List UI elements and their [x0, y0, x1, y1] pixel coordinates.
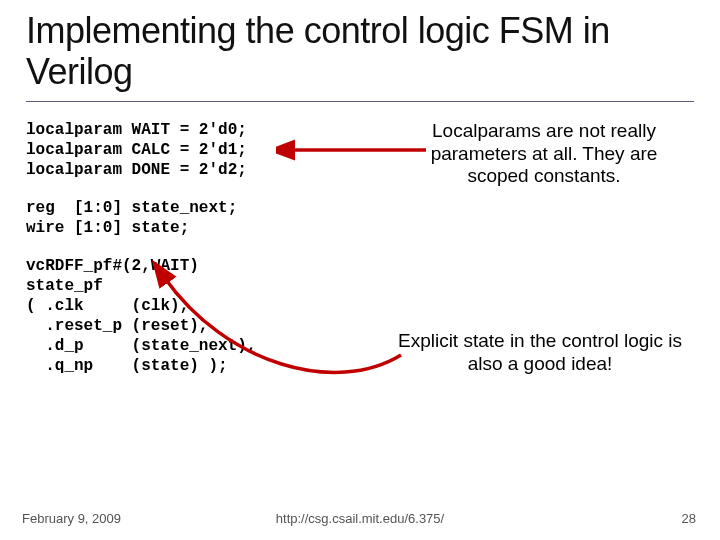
body-area: localparam WAIT = 2'd0; localparam CALC … [26, 120, 694, 376]
slide: Implementing the control logic FSM in Ve… [0, 0, 720, 540]
title-region: Implementing the control logic FSM in Ve… [26, 10, 694, 102]
annotation-explicit-state: Explicit state in the control logic is a… [380, 330, 700, 376]
footer-url: http://csg.csail.mit.edu/6.375/ [0, 511, 720, 526]
slide-title: Implementing the control logic FSM in Ve… [26, 10, 694, 93]
footer-page: 28 [682, 511, 696, 526]
annotation-localparams: Localparams are not really parameters at… [404, 120, 684, 188]
code-state-decl: reg [1:0] state_next; wire [1:0] state; [26, 198, 694, 238]
